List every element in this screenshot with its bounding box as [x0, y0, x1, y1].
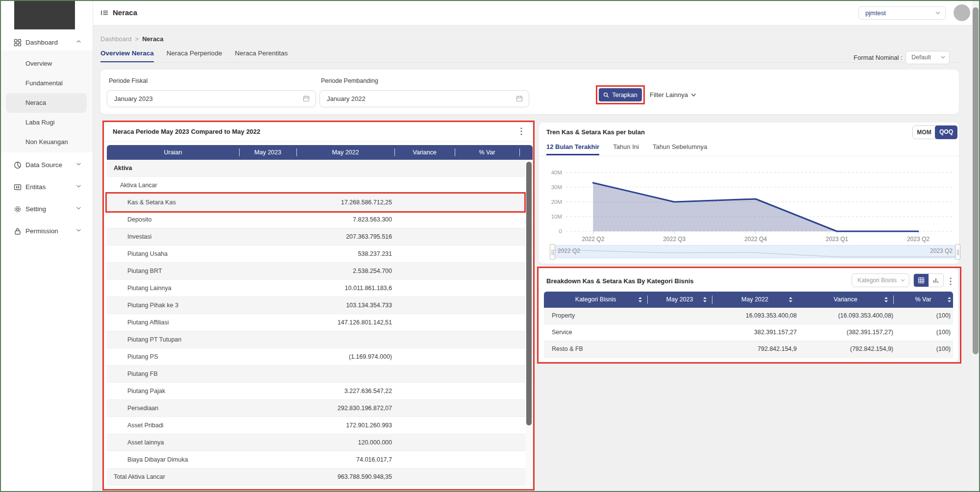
tab-neraca-perentitas[interactable]: Neraca Perentitas	[235, 49, 288, 63]
chevron-down-icon	[941, 56, 945, 59]
mom-button[interactable]: MOM	[913, 126, 935, 139]
tab-neraca-perperiode[interactable]: Neraca Perperiode	[167, 49, 222, 63]
breakdown-row-resto-fb[interactable]: Resto & FB792.842.154,9(792.842.154,9)(1…	[544, 341, 953, 358]
dashboard-grid-icon	[14, 39, 22, 47]
user-dropdown[interactable]: pjmtest	[858, 6, 946, 20]
row-label: Piutang Usaha	[127, 246, 168, 262]
breadcrumb-separator: >	[135, 35, 139, 43]
kebab-menu-icon[interactable]	[520, 127, 522, 135]
breakdown-table: Kategori Bisnis May 2023 May 2022 Varian…	[544, 292, 953, 358]
row-label: Piutang Lainnya	[127, 280, 172, 296]
tab-tahun-sebelumnya[interactable]: Tahun Sebelumnya	[653, 143, 707, 155]
neraca-row-piutang-pajak[interactable]: Piutang Pajak3.227.636.547,22	[107, 383, 533, 400]
row-value-may-2022: 3.227.636.547,22	[344, 383, 392, 399]
column-header-may-2023[interactable]: May 2023	[239, 145, 296, 160]
periode-fiskal-value: January 2023	[114, 91, 153, 107]
terapkan-button[interactable]: Terapkan	[599, 88, 642, 101]
svg-text:10M: 10M	[551, 214, 562, 220]
sidebar-item-label: Entitas	[25, 177, 46, 197]
sidebar-item-setting[interactable]: Setting	[0, 199, 93, 219]
tab-tahun-ini[interactable]: Tahun Ini	[613, 143, 639, 155]
column-header-variance[interactable]: Variance	[798, 292, 893, 308]
kebab-menu-icon[interactable]	[950, 277, 952, 285]
sidebar: Dashboard Overview Fundamental Neraca La…	[0, 0, 93, 492]
column-header-may-2022[interactable]: May 2022	[296, 145, 394, 160]
sidebar-item-label: Laba Rugi	[25, 113, 54, 132]
chart-zoom-slider[interactable]: 2022 Q2 2023 Q2	[553, 245, 957, 258]
neraca-row-piutang-fb[interactable]: Piutang FB	[107, 366, 533, 383]
sidebar-item-dashboard[interactable]: Dashboard	[0, 33, 93, 52]
column-header-pct-var[interactable]: % Var	[455, 145, 519, 160]
sort-icon[interactable]	[947, 296, 952, 303]
avatar[interactable]	[954, 4, 970, 21]
table-scrollbar-thumb[interactable]	[526, 162, 532, 425]
sidebar-item-entitas[interactable]: Entitas	[0, 177, 93, 197]
neraca-row-piutang-pihak-ke-3[interactable]: Piutang Pihak ke 3103.134.354.733	[107, 297, 533, 314]
neraca-row-piutang-brt[interactable]: Piutang BRT2.538.254.700	[107, 263, 533, 280]
page-scrollbar-thumb[interactable]	[973, 7, 979, 354]
tab-overview-neraca[interactable]: Overview Neraca	[100, 49, 154, 63]
neraca-row-asset-pribadi[interactable]: Asset Pribadi172.901.260.993	[107, 417, 533, 434]
calendar-icon	[303, 95, 310, 102]
column-header-variance[interactable]: Variance	[394, 145, 455, 160]
neraca-row-aktiva[interactable]: Aktiva	[107, 160, 533, 177]
breakdown-row-service[interactable]: Service382.391.157,27(382.391.157,27)(10…	[544, 324, 953, 341]
page-tabs: Overview Neraca Neraca Perperiode Neraca…	[100, 49, 288, 63]
sort-icon[interactable]	[884, 296, 888, 303]
neraca-row-investasi[interactable]: Investasi207.363.795.516	[107, 228, 533, 246]
neraca-row-kas-setara-kas[interactable]: Kas & Setara Kas17.268.586.712,25	[107, 194, 533, 211]
page-scrollbar-track[interactable]	[972, 1, 979, 491]
sidebar-item-non-keuangan[interactable]: Non Keuangan	[6, 132, 87, 152]
sidebar-item-permission[interactable]: Permission	[0, 221, 93, 241]
kategori-bisnis-select[interactable]: Kategori Bisnis	[852, 273, 909, 287]
table-view-button[interactable]	[914, 274, 929, 287]
sidebar-toggle-icon[interactable]	[100, 9, 109, 17]
periode-fiskal-input[interactable]: January 2023	[107, 90, 316, 107]
neraca-row-asset-lainnya[interactable]: Asset lainnya120.000.000	[107, 434, 533, 451]
sidebar-item-laba-rugi[interactable]: Laba Rugi	[6, 113, 87, 132]
sort-icon[interactable]	[788, 296, 793, 303]
gear-icon	[14, 205, 22, 213]
format-nominal-select[interactable]: Default	[906, 51, 950, 64]
periode-pembanding-value: January 2022	[327, 91, 366, 107]
column-header-may-2022[interactable]: May 2022	[712, 292, 798, 308]
sidebar-item-neraca[interactable]: Neraca	[6, 93, 87, 113]
header-separator	[647, 295, 648, 304]
neraca-row-piutang-ps[interactable]: Piutang PS(1.169.974.000)	[107, 348, 533, 366]
neraca-row-biaya-dibayar-dimuka[interactable]: Biaya Dibayar Dimuka74.016.017,7	[107, 451, 533, 468]
neraca-row-piutang-affiliasi[interactable]: Piutang Affiliasi147.126.801.142,51	[107, 314, 533, 331]
row-value-may-2022: 538.237.231	[358, 246, 392, 262]
column-header-may-2023[interactable]: May 2023	[647, 292, 712, 308]
svg-text:0: 0	[559, 228, 562, 234]
neraca-row-piutang-usaha[interactable]: Piutang Usaha538.237.231	[107, 246, 533, 263]
sidebar-item-fundamental[interactable]: Fundamental	[6, 74, 87, 93]
neraca-row-piutang-pt-tutupan[interactable]: Piutang PT Tutupan	[107, 331, 533, 348]
sort-icon[interactable]	[703, 296, 707, 303]
neraca-row-deposito[interactable]: Deposito7.823.563.300	[107, 211, 533, 228]
slider-handle-left[interactable]	[550, 244, 555, 260]
breadcrumb-parent[interactable]: Dashboard	[100, 35, 132, 43]
sort-icon[interactable]	[638, 296, 642, 303]
column-header-pct-var[interactable]: % Var	[893, 292, 953, 308]
neraca-row-piutang-lainnya[interactable]: Piutang Lainnya10.011.861.183,6	[107, 280, 533, 297]
chart-view-button[interactable]	[929, 274, 943, 287]
chevron-down-icon	[691, 93, 696, 97]
slider-handle-right[interactable]	[955, 244, 960, 260]
column-header-kategori-bisnis[interactable]: Kategori Bisnis	[544, 292, 647, 308]
row-label: Deposito	[127, 211, 151, 228]
topbar	[93, 0, 980, 25]
breakdown-row-property[interactable]: Property16.093.353.400,08(16.093.353.400…	[544, 308, 953, 324]
neraca-row-total-aktiva-lancar[interactable]: Total Aktiva Lancar963.788.590.948,35	[107, 468, 533, 486]
tab-12-bulan-terakhir[interactable]: 12 Bulan Terakhir	[546, 143, 599, 155]
neraca-row-aktiva-lancar[interactable]: Aktiva Lancar	[107, 177, 533, 194]
row-value-may-2022: 292.830.196.872,07	[338, 400, 392, 417]
chevron-down-icon	[76, 184, 81, 188]
column-header-uraian[interactable]: Uraian	[107, 145, 239, 160]
periode-pembanding-input[interactable]: January 2022	[319, 90, 529, 107]
sidebar-item-overview[interactable]: Overview	[6, 54, 87, 74]
qoq-button[interactable]: QOQ	[935, 125, 957, 139]
sidebar-item-data-source[interactable]: Data Source	[0, 155, 93, 175]
row-label: Kas & Setara Kas	[127, 194, 176, 211]
filter-lainnya-button[interactable]: Filter Lainnya	[650, 91, 696, 98]
neraca-row-persediaan[interactable]: Persediaan292.830.196.872,07	[107, 400, 533, 417]
